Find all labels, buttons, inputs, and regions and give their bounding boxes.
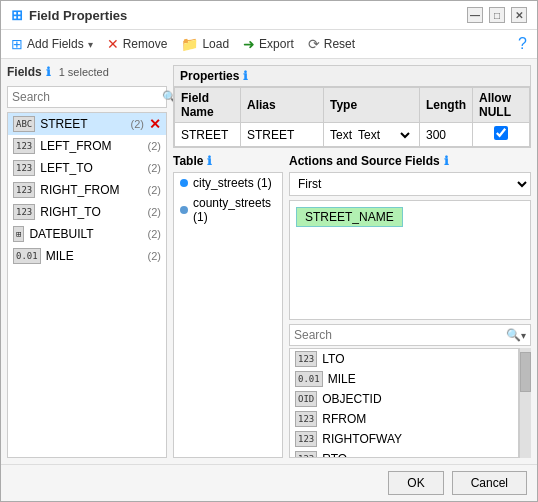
fields-label: Fields [7, 65, 42, 79]
table-label-text: Table [173, 154, 203, 168]
add-fields-button[interactable]: ⊞ Add Fields ▾ [11, 36, 93, 52]
add-fields-caret: ▾ [88, 39, 93, 50]
available-field-item[interactable]: 123RIGHTOFWAY [290, 429, 518, 449]
field-name-label: RIGHT_TO [40, 205, 142, 219]
prop-length: 300 [419, 123, 472, 147]
field-item[interactable]: 123RIGHT_FROM(2) [8, 179, 166, 201]
property-row: STREET Text TextIntegerDouble 300 [175, 123, 530, 147]
actions-section: Actions and Source Fields ℹ First STREET… [289, 154, 531, 458]
field-count-label: (2) [131, 118, 144, 130]
prop-alias[interactable] [241, 123, 324, 147]
field-item[interactable]: 123RIGHT_TO(2) [8, 201, 166, 223]
fields-search-input[interactable] [12, 90, 162, 104]
lower-section: Table ℹ city_streets (1)county_streets (… [173, 154, 531, 458]
export-button[interactable]: ➜ Export [243, 36, 294, 52]
minimize-button[interactable]: — [467, 7, 483, 23]
available-field-item[interactable]: 123LTO [290, 349, 518, 369]
cancel-button[interactable]: Cancel [452, 471, 527, 495]
col-length: Length [419, 88, 472, 123]
avail-field-name: MILE [328, 372, 356, 386]
allow-null-checkbox[interactable] [494, 126, 508, 140]
prop-type-dropdown[interactable]: TextIntegerDouble [354, 127, 413, 143]
actions-label: Actions and Source Fields ℹ [289, 154, 531, 168]
table-name: city_streets (1) [193, 176, 272, 190]
remove-icon: ✕ [107, 36, 119, 52]
delete-field-icon[interactable]: ✕ [149, 116, 161, 132]
field-count-label: (2) [148, 250, 161, 262]
properties-section: Properties ℹ Field Name Alias Type Lengt… [173, 65, 531, 148]
avail-type-badge: OID [295, 391, 317, 407]
col-type: Type [323, 88, 419, 123]
fields-panel-header: Fields ℹ 1 selected [7, 65, 167, 79]
remove-button[interactable]: ✕ Remove [107, 36, 168, 52]
available-fields-search-box: 🔍 ▾ [289, 324, 531, 346]
col-alias: Alias [241, 88, 324, 123]
reset-button[interactable]: ⟳ Reset [308, 36, 355, 52]
field-name-label: MILE [46, 249, 143, 263]
left-panel: Fields ℹ 1 selected 🔍 ▾ ABCSTREET(2)✕123… [7, 65, 167, 458]
available-field-item[interactable]: 123RTO [290, 449, 518, 458]
window-icon: ⊞ [11, 7, 23, 23]
table-dot [180, 179, 188, 187]
available-field-item[interactable]: 0.01MILE [290, 369, 518, 389]
field-item[interactable]: 123LEFT_TO(2) [8, 157, 166, 179]
right-panel: Properties ℹ Field Name Alias Type Lengt… [173, 65, 531, 458]
scrollbar-thumb[interactable] [520, 352, 531, 392]
ok-button[interactable]: OK [388, 471, 443, 495]
properties-label: Properties [180, 69, 239, 83]
table-item[interactable]: city_streets (1) [174, 173, 282, 193]
fields-search-box: 🔍 ▾ [7, 86, 167, 108]
close-button[interactable]: ✕ [511, 7, 527, 23]
actions-label-text: Actions and Source Fields [289, 154, 440, 168]
source-field-tag[interactable]: STREET_NAME [296, 207, 403, 227]
field-item[interactable]: 0.01MILE(2) [8, 245, 166, 267]
main-content: Fields ℹ 1 selected 🔍 ▾ ABCSTREET(2)✕123… [1, 59, 537, 464]
available-search-dropdown-icon[interactable]: ▾ [521, 330, 526, 341]
field-name-label: DATEBUILT [29, 227, 142, 241]
field-count-label: (2) [148, 140, 161, 152]
properties-table: Field Name Alias Type Length Allow NULL … [174, 87, 530, 147]
field-type-badge: 123 [13, 204, 35, 220]
col-field-name: Field Name [175, 88, 241, 123]
title-bar: ⊞ Field Properties — □ ✕ [1, 1, 537, 30]
avail-type-badge: 123 [295, 351, 317, 367]
scrollbar[interactable] [519, 348, 531, 458]
add-fields-label: Add Fields [27, 37, 84, 51]
table-name: county_streets (1) [193, 196, 276, 224]
field-type-badge: 0.01 [13, 248, 41, 264]
load-button[interactable]: 📁 Load [181, 36, 229, 52]
fields-info-icon: ℹ [46, 65, 51, 79]
available-field-item[interactable]: 123RFROM [290, 409, 518, 429]
field-count-label: (2) [148, 228, 161, 240]
field-type-badge: 123 [13, 138, 35, 154]
table-item[interactable]: county_streets (1) [174, 193, 282, 227]
table-label: Table ℹ [173, 154, 283, 168]
avail-field-name: OBJECTID [322, 392, 381, 406]
add-icon: ⊞ [11, 36, 23, 52]
field-properties-window: ⊞ Field Properties — □ ✕ ⊞ Add Fields ▾ … [0, 0, 538, 502]
properties-info-icon: ℹ [243, 69, 248, 83]
field-type-badge: 123 [13, 160, 35, 176]
field-count-label: (2) [148, 206, 161, 218]
avail-field-name: LTO [322, 352, 344, 366]
prop-alias-input[interactable] [247, 128, 317, 142]
actions-info-icon: ℹ [444, 154, 449, 168]
load-label: Load [202, 37, 229, 51]
actions-dropdown[interactable]: First [289, 172, 531, 196]
table-info-icon: ℹ [207, 154, 212, 168]
maximize-button[interactable]: □ [489, 7, 505, 23]
field-count-label: (2) [148, 162, 161, 174]
available-field-item[interactable]: OIDOBJECTID [290, 389, 518, 409]
source-fields-area: STREET_NAME [289, 200, 531, 320]
field-type-badge: ⊞ [13, 226, 24, 242]
field-item[interactable]: ⊞DATEBUILT(2) [8, 223, 166, 245]
help-button[interactable]: ? [518, 35, 527, 53]
available-fields-search-input[interactable] [294, 328, 506, 342]
prop-type-value: Text [330, 128, 352, 142]
field-item[interactable]: 123LEFT_FROM(2) [8, 135, 166, 157]
export-label: Export [259, 37, 294, 51]
table-list: city_streets (1)county_streets (1) [173, 172, 283, 458]
properties-header: Properties ℹ [174, 66, 530, 87]
field-item[interactable]: ABCSTREET(2)✕ [8, 113, 166, 135]
avail-field-name: RIGHTOFWAY [322, 432, 402, 446]
